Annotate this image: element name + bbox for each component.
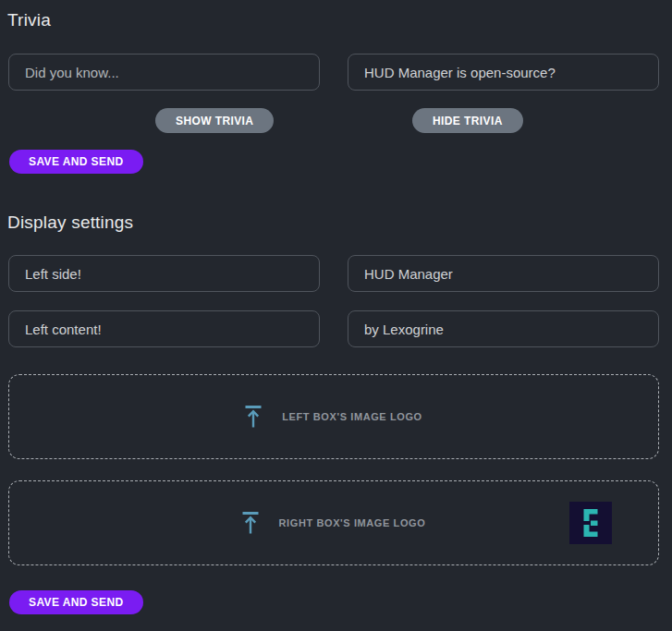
right-content-input[interactable] bbox=[348, 310, 659, 347]
trivia-content-field bbox=[348, 54, 659, 91]
left-title-input[interactable] bbox=[8, 255, 320, 292]
hide-trivia-button[interactable]: HIDE TRIVIA bbox=[412, 108, 523, 133]
upload-icon bbox=[245, 406, 262, 428]
right-title-input[interactable] bbox=[348, 255, 659, 292]
trivia-buttons-row: SHOW TRIVIA HIDE TRIVIA bbox=[8, 108, 659, 133]
left-logo-dropzone[interactable]: LEFT BOX'S IMAGE LOGO bbox=[8, 374, 659, 459]
hud-customize-panel: Trivia SHOW TRIVIA HIDE TRIVIA SAVE AND … bbox=[0, 0, 672, 631]
left-title-field bbox=[8, 255, 320, 292]
right-logo-dropzone-label: RIGHT BOX'S IMAGE LOGO bbox=[279, 517, 426, 528]
trivia-question-input[interactable] bbox=[8, 54, 320, 91]
left-content-input[interactable] bbox=[8, 310, 320, 347]
trivia-question-field bbox=[8, 54, 320, 91]
trivia-save-and-send-button[interactable]: SAVE AND SEND bbox=[9, 150, 143, 174]
right-title-field bbox=[348, 255, 659, 292]
trivia-heading: Trivia bbox=[7, 0, 672, 30]
display-inputs-row-2 bbox=[8, 310, 659, 347]
display-settings-section: Display settings bbox=[0, 212, 672, 614]
display-inputs-row-1 bbox=[8, 255, 659, 292]
upload-icon bbox=[242, 512, 259, 534]
show-trivia-cell: SHOW TRIVIA bbox=[8, 108, 320, 133]
hide-trivia-cell: HIDE TRIVIA bbox=[348, 108, 659, 133]
show-trivia-button[interactable]: SHOW TRIVIA bbox=[155, 108, 274, 133]
trivia-section: Trivia SHOW TRIVIA HIDE TRIVIA SAVE AND … bbox=[0, 0, 672, 174]
pixel-e-logo-icon bbox=[583, 509, 598, 537]
left-logo-dropzone-label: LEFT BOX'S IMAGE LOGO bbox=[282, 411, 422, 422]
uploaded-logo-preview bbox=[569, 502, 612, 544]
left-content-field bbox=[8, 310, 320, 347]
display-save-and-send-button[interactable]: SAVE AND SEND bbox=[9, 590, 143, 614]
trivia-content-input[interactable] bbox=[348, 54, 659, 91]
right-logo-dropzone[interactable]: RIGHT BOX'S IMAGE LOGO bbox=[8, 480, 659, 565]
trivia-inputs-row bbox=[8, 54, 659, 91]
right-content-field bbox=[348, 310, 659, 347]
display-settings-heading: Display settings bbox=[7, 212, 672, 233]
